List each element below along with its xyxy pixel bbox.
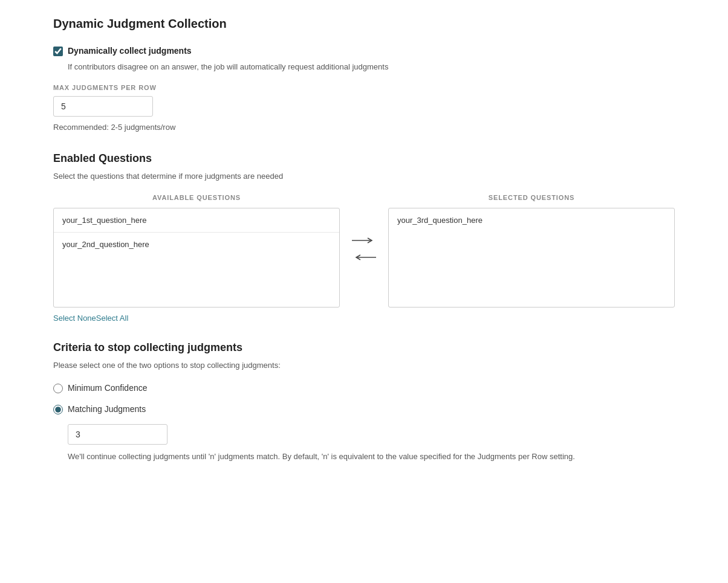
page-title: Dynamic Judgment Collection (53, 14, 675, 33)
matching-judgments-label: Matching Judgments (68, 403, 146, 416)
page-container: Dynamic Judgment Collection Dynamically … (0, 0, 728, 583)
transfer-left-arrow (352, 252, 376, 263)
dynamically-collect-helper: If contributors disagree on an answer, t… (68, 61, 675, 73)
matching-judgments-field (68, 424, 675, 445)
selected-question-item[interactable]: your_3rd_question_here (389, 208, 674, 233)
matching-judgments-row: Matching Judgments (53, 403, 675, 416)
dynamically-collect-label: Dynamically collect judgments (68, 45, 192, 57)
select-none-button[interactable]: Select None (53, 314, 96, 323)
matching-judgments-input[interactable] (68, 424, 167, 445)
dynamically-collect-row: Dynamically collect judgments (53, 45, 675, 57)
enabled-questions-subtext: Select the questions that determine if m… (53, 170, 675, 182)
minimum-confidence-radio[interactable] (53, 384, 63, 393)
selected-questions-panel: SELECTED QUESTIONS your_3rd_question_her… (388, 193, 675, 308)
transfer-arrows (340, 237, 388, 263)
max-judgments-input[interactable] (53, 96, 153, 117)
recommended-text: Recommended: 2-5 judgments/row (53, 121, 675, 134)
available-question-item[interactable]: your_2nd_question_here (54, 233, 339, 257)
enabled-questions-section: Enabled Questions Select the questions t… (53, 150, 675, 323)
stop-criteria-section: Criteria to stop collecting judgments Pl… (53, 340, 675, 463)
available-questions-panel: AVAILABLE QUESTIONS your_1st_question_he… (53, 193, 340, 308)
stop-criteria-heading: Criteria to stop collecting judgments (53, 340, 675, 356)
minimum-confidence-label: Minimum Confidence (68, 382, 148, 395)
stop-criteria-subtext: Please select one of the two options to … (53, 359, 675, 372)
selected-questions-label: SELECTED QUESTIONS (388, 193, 675, 203)
available-questions-label: AVAILABLE QUESTIONS (53, 193, 340, 203)
questions-transfer: AVAILABLE QUESTIONS your_1st_question_he… (53, 193, 675, 308)
matching-judgments-radio[interactable] (53, 405, 63, 414)
max-judgments-field: MAX JUDGMENTS PER ROW Recommended: 2-5 j… (53, 83, 675, 134)
available-questions-listbox[interactable]: your_1st_question_here your_2nd_question… (53, 208, 340, 308)
max-judgments-label: MAX JUDGMENTS PER ROW (53, 83, 675, 93)
selected-questions-listbox[interactable]: your_3rd_question_here (388, 208, 675, 308)
available-question-item[interactable]: your_1st_question_here (54, 208, 339, 233)
transfer-right-arrow (352, 237, 376, 248)
dynamic-judgment-section: Dynamically collect judgments If contrib… (53, 45, 675, 134)
select-links-row: Select None Select All (53, 314, 675, 323)
dynamically-collect-checkbox[interactable] (53, 47, 63, 56)
minimum-confidence-row: Minimum Confidence (53, 382, 675, 395)
matching-note: We'll continue collecting judgments unti… (68, 451, 612, 463)
select-all-button[interactable]: Select All (96, 314, 128, 323)
enabled-questions-heading: Enabled Questions (53, 150, 675, 167)
